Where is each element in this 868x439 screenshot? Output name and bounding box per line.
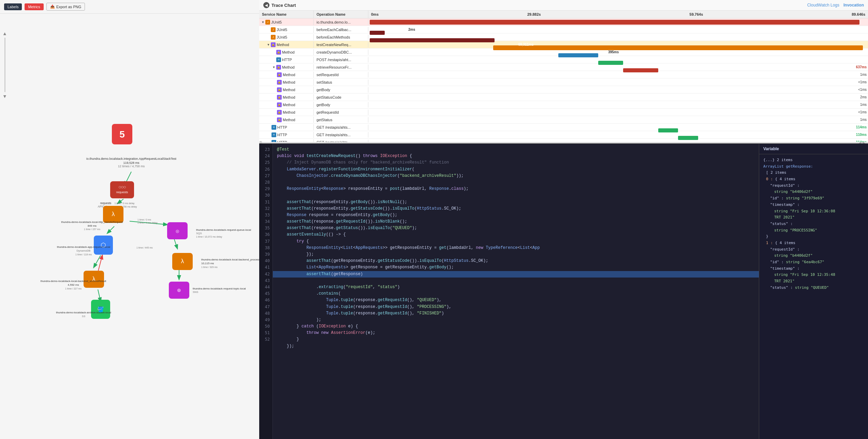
- trace-operation: io.thundra.demo.lo...: [314, 19, 368, 25]
- svg-text:1 time / 118 ms: 1 time / 118 ms: [75, 253, 92, 256]
- invocation-link[interactable]: Invocation: [843, 3, 864, 8]
- trace-row[interactable]: 🔒 Method getStatusCode 2ms: [259, 94, 868, 101]
- trace-row[interactable]: 🔒 Method getBody 1ms: [259, 101, 868, 109]
- service-icon: 🔒: [277, 102, 282, 107]
- var-line: }: [762, 233, 865, 240]
- trace-operation: beforeEachMethods: [314, 34, 368, 40]
- svg-text:thundra-demo-localstack-reques: thundra-demo-localstack-request-queue-lo…: [196, 228, 251, 231]
- export-icon: 📤: [50, 4, 55, 9]
- trace-row[interactable]: 🔒 Method getStatus 1ms: [259, 116, 868, 124]
- labels-button[interactable]: Labels: [4, 3, 22, 10]
- var-line: string "PROCESSING": [762, 227, 865, 234]
- trace-operation: POST /restapis/aht...: [314, 57, 368, 62]
- sqs-node: ◎: [167, 222, 188, 239]
- var-line: "requestId" :: [762, 246, 865, 253]
- cloudwatch-logs-link[interactable]: CloudWatch Logs: [807, 3, 839, 8]
- svg-text:io.thundra.demo.localstack.int: io.thundra.demo.localstack.integration.A…: [86, 157, 177, 160]
- var-line: string "Fri Sep 10 12:35:48: [762, 272, 865, 278]
- collapse-icon[interactable]: ◀: [263, 2, 269, 8]
- trace-row[interactable]: ▼ 🔒 Method retrieveResourceFr... 637ms: [259, 63, 868, 71]
- trace-row[interactable]: 🔒 Method getBody <1ms: [259, 86, 868, 94]
- expand-icon[interactable]: ▼: [266, 42, 271, 47]
- trace-operation: getStatus: [314, 117, 368, 123]
- var-line: TRT 2021": [762, 278, 865, 285]
- service-icon: 🔒: [277, 80, 282, 85]
- trace-row[interactable]: ▶ J JUnit5 beforeEachCallbac... 2ms: [259, 26, 868, 33]
- service-icon: 🔒: [277, 95, 282, 100]
- lambda3-node: λ: [172, 253, 193, 270]
- var-line: "id" : string "6ea4bc67": [762, 259, 865, 266]
- trace-header-links: CloudWatch Logs Invocation: [807, 3, 864, 8]
- trace-bar-cell: 1ms: [368, 74, 868, 75]
- service-icon-junit5: J: [265, 20, 270, 25]
- expand-icon[interactable]: ▼: [261, 20, 265, 25]
- trace-bar-cell: 1ms: [368, 104, 868, 105]
- code-editor[interactable]: 23 24 25 26 27 28 29 30 31 32 33 34 35 3…: [259, 144, 759, 439]
- trace-operation: setStatus: [314, 80, 368, 85]
- code-panel: 23 24 25 26 27 28 29 30 31 32 33 34 35 3…: [259, 143, 868, 439]
- trace-bar-cell: <1ms: [368, 112, 868, 113]
- service-icon: 🔒: [277, 72, 282, 77]
- trace-row[interactable]: ▼ J JUnit5 io.thundra.demo.lo...: [259, 18, 868, 26]
- var-line: string "Fri Sep 10 12:36:08: [762, 208, 865, 215]
- graph-area: ▲ ▼: [0, 14, 259, 439]
- service-col-header: Service Name: [259, 11, 314, 18]
- var-line: "status" :: [762, 221, 865, 227]
- svg-text:5: 5: [119, 129, 125, 140]
- trace-bar-cell: 110ms: [368, 134, 868, 136]
- svg-line-2: [107, 226, 114, 233]
- svg-line-7: [98, 289, 101, 301]
- trace-operation: testCreateNewReq...: [314, 42, 368, 47]
- var-line: ArrayList getResponse:: [762, 164, 865, 170]
- timeline-col-header: 0ms 29.882s 59.764s 89.646s: [368, 11, 868, 18]
- trace-operation: beforeEachCallbac...: [314, 27, 368, 32]
- svg-text:◎: ◎: [176, 229, 179, 233]
- svg-line-4: [174, 238, 177, 249]
- trace-operation: getRequestId: [314, 110, 368, 115]
- svg-text:10,115 ms: 10,115 ms: [201, 262, 214, 265]
- toolbar: Labels Metrics 📤 Export as PNG: [0, 0, 259, 14]
- line-numbers: 23 24 25 26 27 28 29 30 31 32 33 34 35 3…: [259, 144, 273, 439]
- svg-text:849 ms: 849 ms: [88, 224, 97, 227]
- trace-bar-cell: 2ms: [368, 29, 868, 30]
- metrics-button[interactable]: Metrics: [25, 3, 43, 10]
- left-panel: Labels Metrics 📤 Export as PNG ▲ ▼: [0, 0, 259, 439]
- trace-row[interactable]: H HTTP GET /restapis/ahts... 114ms: [259, 139, 868, 142]
- variables-content[interactable]: {...} 2 items ArrayList getResponse: [ 2…: [759, 154, 868, 439]
- svg-text:thundra-demo-localstack-app-re: thundra-demo-localstack-app-requests-loc…: [57, 245, 110, 249]
- trace-bar-cell: 395ms: [368, 52, 868, 53]
- trace-bar-cell: <1ms: [368, 82, 868, 83]
- trace-bar-cell: [368, 37, 868, 38]
- trace-bar-cell: <1ms: [368, 89, 868, 90]
- svg-text:λ: λ: [181, 258, 184, 265]
- svg-text:λ: λ: [112, 211, 115, 217]
- chevron-up-icon[interactable]: ▲: [2, 31, 7, 36]
- trace-bar-cell: [368, 22, 868, 23]
- trace-row[interactable]: ▶ J JUnit5 beforeEachMethods: [259, 33, 868, 41]
- trace-row[interactable]: 🔒 Method setRequestId 1ms: [259, 71, 868, 79]
- expand-icon: ▶: [266, 27, 271, 32]
- service-icon: 🔒: [276, 65, 281, 70]
- trace-row[interactable]: 🔒 Method setStatus <1ms: [259, 79, 868, 86]
- variables-panel: Variable {...} 2 items ArrayList getResp…: [759, 144, 868, 439]
- variables-header: Variable: [759, 144, 868, 154]
- expand-icon[interactable]: ▼: [271, 65, 276, 70]
- trace-operation: getBody: [314, 87, 368, 93]
- svg-text:1 time / 445 ms: 1 time / 445 ms: [136, 246, 153, 249]
- service-icon: 🔒: [277, 110, 282, 115]
- export-button[interactable]: 📤 Export as PNG: [46, 3, 85, 11]
- trace-operation: retrieveResourceFr...: [314, 65, 368, 70]
- svg-text:thundra-demo-localstack-archiv: thundra-demo-localstack-archive-bucket-l…: [56, 311, 111, 314]
- operation-col-header: Operation Name: [314, 11, 368, 18]
- trace-row[interactable]: ▼ 🔒 Method testCreateNewReq... 69,311ms: [259, 41, 868, 48]
- expand-icon: ▶: [266, 35, 271, 40]
- trace-row[interactable]: H HTTP GET /restapis/ahts... 110ms: [259, 131, 868, 139]
- var-line: "requestId" :: [762, 183, 865, 189]
- svg-text:thundra-demo-localstack-reques: thundra-demo-localstack-request-topic-lo…: [193, 287, 246, 290]
- trace-row[interactable]: 🔒 Method getRequestId <1ms: [259, 109, 868, 116]
- service-icon: 🔒: [277, 87, 282, 92]
- trace-chart-title: ◀ Trace Chart: [263, 2, 296, 8]
- chevron-down-icon[interactable]: ▼: [2, 94, 7, 99]
- svg-text:1 time / 10,072 ms delay: 1 time / 10,072 ms delay: [196, 236, 222, 238]
- trace-row[interactable]: H HTTP GET /restapis/ahts... 114ms: [259, 124, 868, 131]
